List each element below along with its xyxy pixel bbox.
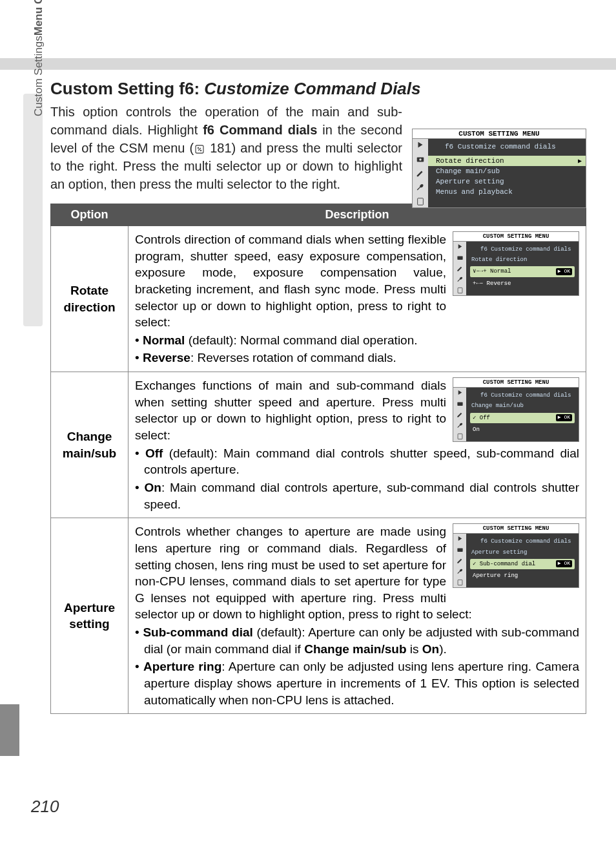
page-content: Custom Setting f6: Customize Command Dia…	[50, 79, 586, 714]
side-tab	[23, 94, 43, 326]
option-cell: Rotatedirection	[51, 226, 128, 372]
ss-option: Aperture ring	[470, 571, 575, 581]
svg-rect-8	[457, 403, 462, 406]
ss-option: ✓ Off▶ OK	[470, 413, 575, 423]
svg-point-1	[198, 147, 200, 149]
intro-paragraph: This option controls the operation of th…	[50, 103, 402, 193]
page-ref-icon	[194, 144, 205, 154]
svg-point-4	[419, 158, 422, 161]
ss-option: ∨−→+ Normal▶ OK	[470, 266, 575, 277]
svg-point-2	[200, 149, 202, 151]
page-number: 210	[31, 797, 59, 817]
description-cell: CUSTOM SETTING MENU f6 Customize command…	[128, 226, 586, 372]
options-table: Option Description Rotatedirection CUSTO…	[50, 204, 586, 714]
svg-rect-9	[458, 434, 462, 439]
mini-menu-screenshot: CUSTOM SETTING MENU f6 Customize command…	[453, 523, 579, 588]
table-row: Aperturesetting CUSTOM SETTING MENU f6 C…	[51, 518, 586, 714]
svg-rect-6	[457, 257, 462, 260]
ss-title: CUSTOM SETTING MENU	[413, 129, 586, 139]
top-gray-band	[0, 58, 616, 70]
svg-rect-10	[457, 549, 462, 552]
ss-option: ✓ Sub-command dial▶ OK	[470, 559, 575, 569]
th-option: Option	[51, 204, 128, 226]
svg-rect-7	[458, 288, 462, 293]
ss-item: Change main/sub	[428, 166, 586, 176]
table-row: Changemain/sub CUSTOM SETTING MENU f6 Cu…	[51, 372, 586, 518]
side-label: Custom SettingsMenu Guide—	[32, 0, 45, 116]
option-cell: Changemain/sub	[51, 372, 128, 518]
play-icon	[416, 140, 425, 149]
ss-item: Aperture setting	[428, 176, 586, 187]
mini-menu-screenshot: CUSTOM SETTING MENU f6 Customize command…	[453, 231, 579, 296]
ss-option: On	[470, 424, 575, 435]
left-margin-bar	[0, 704, 19, 756]
ss-item: Menus and playback	[428, 187, 586, 197]
card-icon	[416, 197, 425, 206]
wrench-icon	[416, 183, 425, 192]
ss-item: Rotate direction▶	[428, 156, 586, 166]
option-cell: Aperturesetting	[51, 518, 128, 714]
svg-rect-5	[418, 198, 424, 205]
ss-option: +←− Reverse	[470, 278, 575, 289]
ss-icon-strip	[413, 139, 428, 207]
table-row: Rotatedirection CUSTOM SETTING MENU f6 C…	[51, 226, 586, 372]
main-menu-screenshot: CUSTOM SETTING MENU f6 Customize command…	[412, 129, 586, 208]
pencil-icon	[416, 169, 425, 178]
ss-subtitle: f6 Customize command dials	[428, 142, 586, 152]
svg-rect-11	[458, 580, 462, 585]
mini-menu-screenshot: CUSTOM SETTING MENU f6 Customize command…	[453, 377, 579, 442]
section-heading: Custom Setting f6: Customize Command Dia…	[50, 79, 586, 99]
description-cell: CUSTOM SETTING MENU f6 Customize command…	[128, 372, 586, 518]
description-cell: CUSTOM SETTING MENU f6 Customize command…	[128, 518, 586, 714]
camera-icon	[416, 154, 425, 163]
